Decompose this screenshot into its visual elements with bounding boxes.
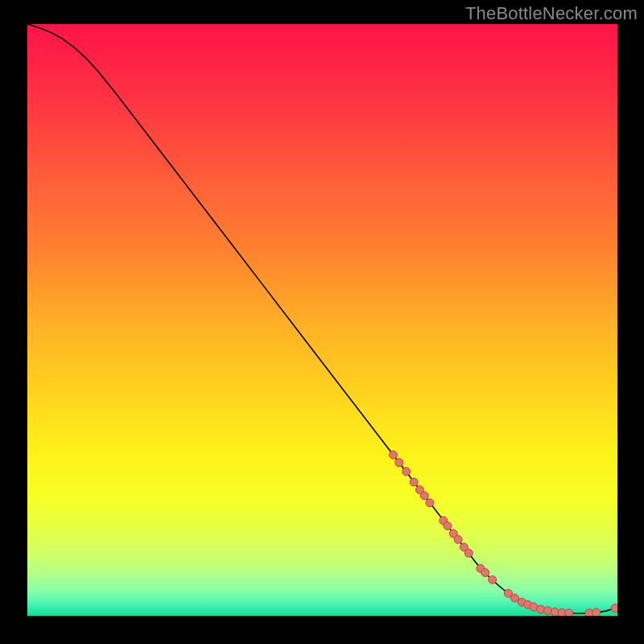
data-marker: [510, 594, 518, 602]
gradient-background: [27, 24, 617, 616]
data-marker: [611, 604, 617, 612]
data-marker: [481, 568, 489, 576]
data-marker: [454, 535, 462, 543]
data-marker: [565, 609, 573, 616]
data-marker: [444, 522, 452, 530]
data-marker: [489, 576, 497, 584]
data-marker: [426, 499, 434, 507]
watermark-text: TheBottleNecker.com: [465, 3, 638, 24]
data-marker: [464, 549, 473, 557]
data-marker: [592, 609, 601, 616]
data-marker: [389, 451, 397, 459]
data-marker: [402, 468, 411, 476]
data-marker: [537, 605, 545, 613]
data-marker: [410, 478, 418, 486]
data-marker: [420, 492, 428, 500]
chart-stage: TheBottleNecker.com: [0, 0, 644, 644]
chart-svg: [27, 24, 617, 616]
plot-area: [27, 24, 617, 616]
data-marker: [395, 459, 403, 467]
